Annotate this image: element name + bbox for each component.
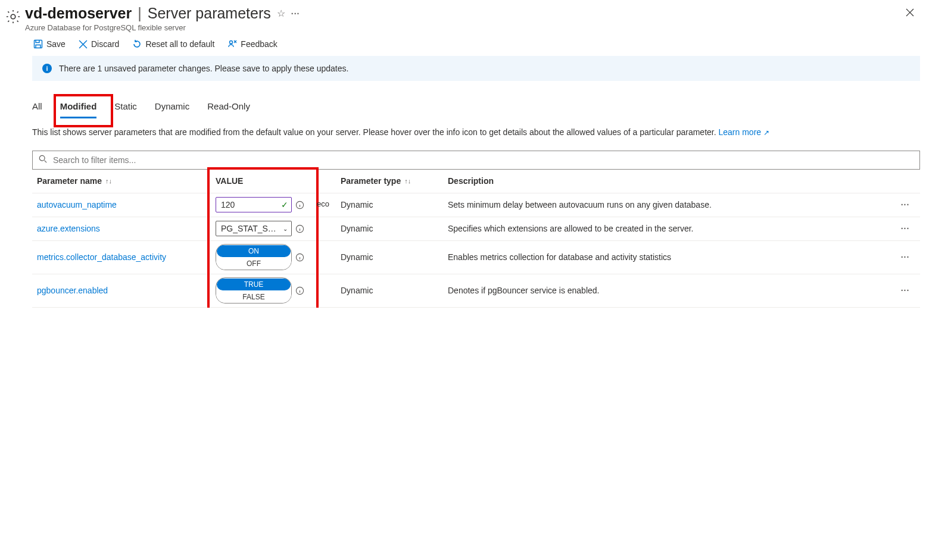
- value-toggle[interactable]: TRUE FALSE: [216, 277, 292, 304]
- resource-subtitle: Azure Database for PostgreSQL flexible s…: [25, 23, 914, 32]
- save-icon: [33, 39, 43, 49]
- server-name: vd-demoserver: [25, 5, 132, 22]
- feedback-icon: [227, 39, 237, 49]
- grid-header-row: Parameter name↑↓ VALUE Parameter type↑↓ …: [32, 170, 920, 193]
- parameter-desc: Enables metrics collection for database …: [443, 250, 890, 264]
- parameter-type: Dynamic: [336, 283, 443, 298]
- col-header-name[interactable]: Parameter name↑↓: [32, 174, 211, 188]
- toggle-option-on[interactable]: ON: [217, 245, 291, 257]
- feedback-button[interactable]: Feedback: [227, 39, 277, 49]
- external-link-icon: ↗: [763, 129, 769, 137]
- parameter-link[interactable]: azure.extensions: [37, 224, 100, 233]
- more-actions-icon[interactable]: ···: [291, 9, 300, 18]
- row-more-icon[interactable]: ···: [890, 250, 920, 264]
- reset-icon: [132, 39, 142, 49]
- checkmark-icon: ✓: [281, 200, 288, 209]
- parameter-type: Dynamic: [336, 221, 443, 236]
- info-icon: i: [42, 64, 52, 73]
- favorite-star-icon[interactable]: ☆: [277, 8, 285, 19]
- value-text-input[interactable]: [216, 197, 292, 212]
- tab-readonly[interactable]: Read-Only: [207, 99, 250, 114]
- parameter-grid: Parameter name↑↓ VALUE Parameter type↑↓ …: [32, 170, 920, 308]
- parameter-desc: Denotes if pgBouncer service is enabled.: [443, 283, 890, 298]
- parameter-desc: Sets minimum delay between autovacuum ru…: [443, 198, 890, 212]
- title-separator: |: [138, 5, 142, 22]
- chevron-down-icon: ⌄: [283, 226, 288, 232]
- toggle-option-off[interactable]: FALSE: [216, 291, 291, 303]
- tab-static[interactable]: Static: [114, 99, 137, 114]
- gear-icon: [5, 8, 21, 27]
- learn-more-link[interactable]: Learn more ↗: [719, 127, 769, 137]
- page-title: Server parameters: [148, 5, 271, 22]
- svg-point-2: [230, 41, 233, 44]
- save-button[interactable]: Save: [33, 39, 66, 49]
- table-row: pgbouncer.enabled TRUE FALSE Dynamic Den…: [32, 274, 920, 308]
- svg-point-0: [11, 14, 15, 18]
- sort-icon: ↑↓: [404, 177, 411, 184]
- parameter-link[interactable]: pgbouncer.enabled: [37, 286, 108, 295]
- row-more-icon[interactable]: ···: [890, 221, 920, 236]
- parameter-link[interactable]: metrics.collector_database_activity: [37, 252, 166, 262]
- banner-message: There are 1 unsaved parameter changes. P…: [59, 64, 348, 73]
- discard-button[interactable]: Discard: [79, 39, 119, 49]
- toggle-option-on[interactable]: TRUE: [217, 279, 291, 290]
- search-icon: [39, 155, 47, 165]
- col-header-value: VALUE: [211, 174, 336, 188]
- parameter-type: Dynamic: [336, 198, 443, 212]
- row-more-icon[interactable]: ···: [890, 198, 920, 212]
- table-row: autovacuum_naptime ✓ eco Dynamic Sets mi…: [32, 193, 920, 217]
- command-bar: Save Discard Reset all to default Feedba…: [5, 32, 926, 56]
- tab-description: This list shows server parameters that a…: [32, 127, 920, 139]
- info-icon[interactable]: [295, 286, 304, 295]
- table-row: metrics.collector_database_activity ON O…: [32, 241, 920, 274]
- search-box[interactable]: [32, 151, 920, 170]
- sort-icon: ↑↓: [105, 177, 112, 184]
- svg-point-3: [39, 155, 45, 161]
- table-row: azure.extensions PG_STAT_S… ⌄ Dynamic Sp…: [32, 217, 920, 241]
- tab-modified[interactable]: Modified: [60, 99, 97, 114]
- search-input[interactable]: [52, 155, 913, 165]
- unsaved-changes-banner: i There are 1 unsaved parameter changes.…: [32, 56, 920, 81]
- reset-button[interactable]: Reset all to default: [132, 39, 214, 49]
- tab-all[interactable]: All: [32, 99, 42, 114]
- close-icon[interactable]: [906, 8, 914, 19]
- parameter-desc: Specifies which extensions are allowed t…: [443, 221, 890, 236]
- parameter-type: Dynamic: [336, 250, 443, 264]
- value-dropdown[interactable]: PG_STAT_S… ⌄: [216, 221, 292, 236]
- col-header-desc: Description: [443, 174, 890, 188]
- info-icon[interactable]: [295, 201, 304, 209]
- filter-tabs: All Modified Static Dynamic Read-Only: [32, 99, 920, 114]
- page-header: vd-demoserver | Server parameters ☆ ··· …: [5, 0, 926, 32]
- info-icon[interactable]: [295, 224, 304, 233]
- col-header-type[interactable]: Parameter type↑↓: [336, 174, 443, 188]
- toggle-option-off[interactable]: OFF: [216, 258, 291, 270]
- tab-dynamic[interactable]: Dynamic: [155, 99, 189, 114]
- discard-icon: [79, 40, 88, 49]
- row-more-icon[interactable]: ···: [890, 283, 920, 298]
- parameter-link[interactable]: autovacuum_naptime: [37, 200, 117, 209]
- value-toggle[interactable]: ON OFF: [216, 244, 292, 270]
- info-icon[interactable]: [295, 253, 304, 262]
